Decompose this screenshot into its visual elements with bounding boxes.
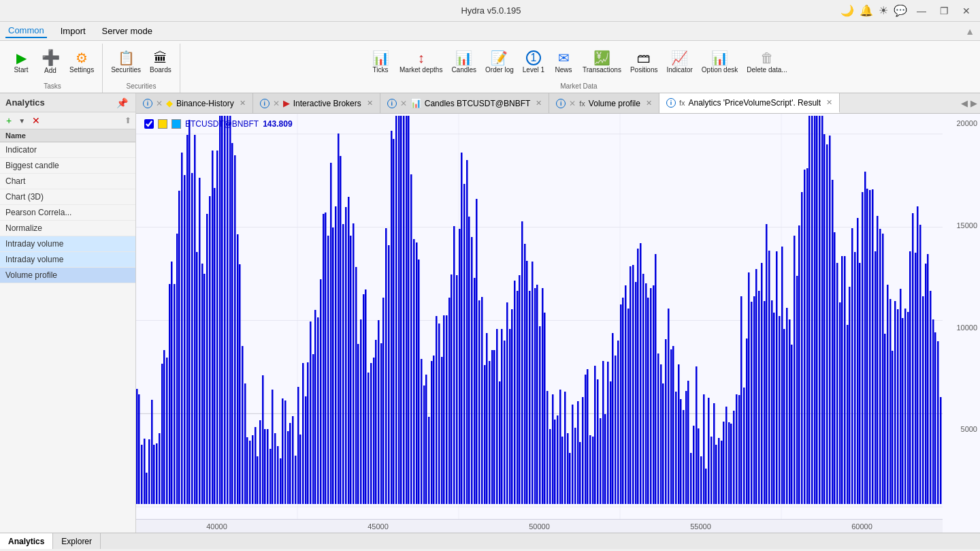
y-label-5000: 5000	[945, 425, 977, 433]
boards-button[interactable]: 🏛 Boards	[146, 48, 176, 76]
indicator-icon: 📈	[671, 50, 688, 65]
news-button[interactable]: ✉ News	[549, 48, 578, 76]
y-label-10000: 10000	[945, 324, 977, 332]
tab-analytics-result[interactable]: i fx Analytics 'PriceVolumeScript'. Resu…	[659, 93, 840, 113]
maximize-button[interactable]: ❐	[936, 5, 953, 16]
delete-data-button[interactable]: 🗑 Delete data...	[742, 48, 791, 76]
toolbar-securities-group: 📋 Securities 🏛 Boards Securities	[103, 44, 180, 93]
tab-next-icon[interactable]: ▶	[970, 98, 977, 108]
sidebar-remove-button[interactable]: ✕	[30, 114, 42, 127]
y-label-15000: 15000	[945, 221, 977, 230]
sidebar-column-header: Name	[0, 129, 135, 142]
tab-close-icon-3[interactable]: ✕	[400, 99, 407, 108]
main-layout: Analytics 📌 + ▼ ✕ ⬆ Name Indicator Bigge…	[0, 93, 980, 533]
moon-icon[interactable]: 🌙	[840, 4, 854, 17]
sidebar-pin-icon[interactable]: 📌	[114, 97, 130, 109]
tab-candles[interactable]: i ✕ 📊 Candles BTCUSDT@BNBFT ✕	[380, 93, 550, 113]
sidebar-scroll-icon[interactable]: ⬆	[125, 116, 131, 125]
level1-button[interactable]: 1 Level 1	[519, 48, 549, 76]
x-label-45000: 45000	[368, 522, 389, 531]
tab-close-icon-4[interactable]: ✕	[569, 99, 576, 108]
order-log-icon: 📝	[491, 50, 508, 65]
add-icon: ➕	[42, 50, 60, 66]
option-desk-button[interactable]: 📊 Option desk	[698, 48, 742, 76]
start-button[interactable]: ▶ Start	[7, 48, 35, 76]
sun-icon[interactable]: ☀	[879, 4, 888, 17]
legend-color-symbol	[158, 119, 167, 129]
tab-binance-close[interactable]: ✕	[240, 99, 246, 108]
tab-info-icon-5: i	[666, 98, 676, 108]
transactions-button[interactable]: 💹 Transactions	[578, 48, 625, 76]
list-item-volume-profile[interactable]: Volume profile	[0, 268, 135, 283]
legend-value: 143.809	[263, 119, 292, 129]
toolbar-tasks-group: ▶ Start ➕ Add ⚙ Settings Tasks	[3, 44, 103, 93]
list-item-normalize[interactable]: Normalize	[0, 221, 135, 236]
market-depths-label: Market depths	[399, 66, 442, 74]
tab-analytics-close[interactable]: ✕	[826, 98, 832, 107]
x-label-50000: 50000	[529, 522, 550, 531]
menu-collapse-icon[interactable]: ▲	[965, 26, 975, 37]
bottom-tab-explorer[interactable]: Explorer	[53, 533, 101, 549]
list-item-chart[interactable]: Chart	[0, 174, 135, 189]
tab-close-icon-1[interactable]: ✕	[156, 99, 163, 108]
list-item-intraday-vol-2[interactable]: Intraday volume	[0, 252, 135, 268]
legend-checkbox[interactable]	[144, 119, 154, 129]
sidebar-dropdown-button[interactable]: ▼	[16, 116, 27, 125]
tab-candles-close[interactable]: ✕	[536, 99, 542, 108]
market-depths-button[interactable]: ↕ Market depths	[395, 48, 446, 76]
list-item-intraday-vol-1[interactable]: Intraday volume	[0, 236, 135, 252]
tab-interactive-brokers[interactable]: i ✕ ▶ Interactive Brokers ✕	[253, 93, 380, 113]
tab-navigation: ◀ ▶	[958, 98, 980, 108]
sidebar-add-button[interactable]: +	[4, 114, 14, 127]
positions-button[interactable]: 🗃 Positions	[626, 48, 662, 76]
tab-info-icon-2: i	[260, 99, 270, 108]
sidebar-header: Analytics 📌	[0, 93, 135, 112]
tab-ib-label: Interactive Brokers	[293, 99, 361, 108]
x-label-55000: 55000	[690, 522, 711, 531]
candles-button[interactable]: 📊 Candles	[447, 48, 480, 76]
tab-vol-close[interactable]: ✕	[646, 99, 652, 108]
positions-icon: 🗃	[637, 50, 651, 65]
sidebar-title: Analytics	[5, 97, 45, 108]
market-data-label: Market Data	[560, 81, 597, 91]
chart-legend: BTCUSDT@BNBFT 143.809	[144, 119, 293, 129]
chat-icon[interactable]: 💬	[894, 4, 907, 17]
minimize-button[interactable]: —	[913, 5, 930, 16]
add-label: Add	[44, 67, 56, 75]
sidebar-list: Indicator Biggest candle Chart Chart (3D…	[0, 142, 135, 533]
menu-import[interactable]: Import	[58, 25, 88, 37]
indicator-button[interactable]: 📈 Indicator	[662, 48, 696, 76]
option-desk-label: Option desk	[702, 66, 738, 74]
notification-icon[interactable]: 🔔	[860, 4, 873, 17]
delete-data-icon: 🗑	[760, 50, 774, 65]
level1-label: Level 1	[523, 66, 544, 74]
tab-volume-profile[interactable]: i ✕ fx Volume profile ✕	[549, 93, 659, 113]
y-axis: 20000 15000 10000 5000	[943, 114, 980, 533]
boards-label: Boards	[150, 66, 172, 74]
bottom-tabs: Analytics Explorer	[0, 533, 980, 549]
tab-analytics-label: Analytics 'PriceVolumeScript'. Result	[688, 98, 821, 108]
list-item-indicator[interactable]: Indicator	[0, 142, 135, 158]
tab-prev-icon[interactable]: ◀	[961, 98, 968, 108]
menu-common[interactable]: Common	[5, 24, 47, 38]
list-item-biggest-candle[interactable]: Biggest candle	[0, 158, 135, 174]
settings-button[interactable]: ⚙ Settings	[65, 48, 98, 76]
tab-close-icon-2[interactable]: ✕	[273, 99, 280, 108]
tab-vol-label: Volume profile	[589, 99, 640, 108]
bottom-tab-analytics[interactable]: Analytics	[0, 533, 53, 549]
ticks-button[interactable]: 📊 Ticks	[366, 48, 395, 76]
tab-candles-label: Candles BTCUSDT@BNBFT	[425, 99, 531, 108]
securities-button[interactable]: 📋 Securities	[107, 48, 145, 76]
tab-ib-close[interactable]: ✕	[367, 99, 373, 108]
indicator-label: Indicator	[666, 66, 692, 74]
order-log-button[interactable]: 📝 Order log	[481, 48, 518, 76]
tab-binance-history[interactable]: i ✕ ◆ Binance-History ✕	[136, 93, 253, 113]
close-button[interactable]: ✕	[958, 5, 975, 16]
name-column-header: Name	[0, 129, 135, 142]
securities-label-group: Securities	[126, 81, 156, 91]
list-item-chart-3d[interactable]: Chart (3D)	[0, 189, 135, 205]
list-item-pearson[interactable]: Pearson Correla...	[0, 205, 135, 221]
add-button[interactable]: ➕ Add	[36, 48, 65, 77]
menu-server-mode[interactable]: Server mode	[99, 25, 155, 37]
positions-label: Positions	[630, 66, 658, 74]
